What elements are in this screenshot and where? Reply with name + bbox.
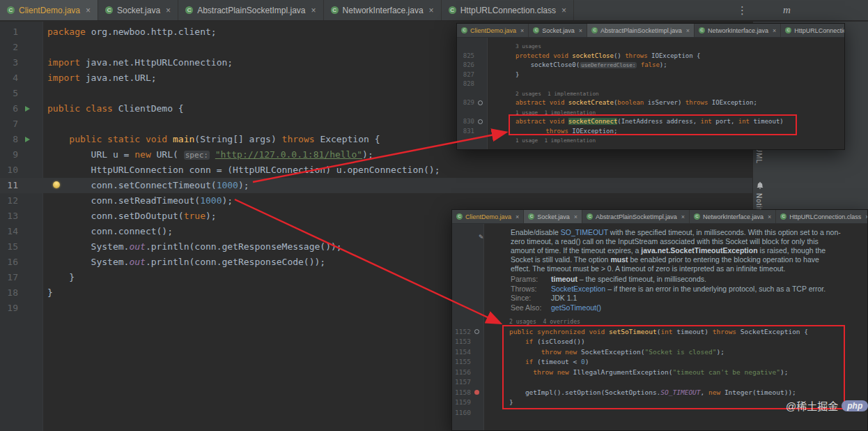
code-line[interactable]: 827} xyxy=(457,70,844,80)
tab-networkinterface-java[interactable]: CNetworkInterface.java× xyxy=(690,210,776,223)
code-text[interactable]: 3 usages xyxy=(488,42,844,52)
tab-networkinterface-java[interactable]: CNetworkInterface.java× xyxy=(324,0,442,20)
line-number[interactable]: 8 xyxy=(0,132,21,147)
inlay-row[interactable]: 3 usages xyxy=(457,42,844,52)
close-icon[interactable]: × xyxy=(686,27,690,34)
run-icon[interactable] xyxy=(25,137,30,142)
line-number[interactable]: 1158 xyxy=(452,388,473,398)
close-icon[interactable]: × xyxy=(429,6,434,15)
line-number[interactable]: 5 xyxy=(0,86,21,101)
intention-bulb-icon[interactable] xyxy=(53,181,60,188)
code-text[interactable]: conn.setReadTimeout(1000); xyxy=(43,193,752,209)
code-text[interactable]: protected void socketClose() throws IOEx… xyxy=(488,52,844,61)
close-icon[interactable]: × xyxy=(311,6,316,15)
code-line[interactable]: 828 xyxy=(457,80,844,89)
line-number[interactable]: 7 xyxy=(0,116,21,132)
line-number[interactable]: 829 xyxy=(457,98,476,108)
code-text[interactable]: } xyxy=(488,70,844,80)
tab-socket-java[interactable]: CSocket.java× xyxy=(98,0,178,20)
tab-socket-java[interactable]: CSocket.java× xyxy=(529,24,587,37)
line-number[interactable]: 825 xyxy=(457,52,476,61)
line-number[interactable]: 4 xyxy=(0,70,21,86)
close-icon[interactable]: × xyxy=(561,6,566,15)
line-number[interactable]: 9 xyxy=(0,147,21,162)
line-number[interactable]: 1157 xyxy=(452,377,473,388)
notifications-bell-icon[interactable] xyxy=(756,179,764,192)
override-marker-icon[interactable] xyxy=(474,390,479,395)
line-number[interactable]: 11 xyxy=(0,178,21,193)
tab-httpurlconnection-class[interactable]: CHttpURLConnection.class× xyxy=(776,210,867,223)
inlay-row[interactable]: 2 usages 1 implementation xyxy=(457,89,844,99)
line-number[interactable]: 1159 xyxy=(452,398,473,408)
inlay-row[interactable]: 1 usage 1 implementation xyxy=(457,136,844,146)
line-number[interactable]: 13 xyxy=(0,209,21,224)
line-number[interactable]: 12 xyxy=(0,193,21,209)
tab-clientdemo-java[interactable]: CClientDemo.java× xyxy=(0,0,98,20)
implemented-marker-icon[interactable] xyxy=(478,100,483,105)
code-line[interactable]: 12 conn.setReadTimeout(1000); xyxy=(0,193,752,209)
line-number[interactable]: 831 xyxy=(457,127,476,137)
tab-clientdemo-java[interactable]: CClientDemo.java× xyxy=(457,24,529,37)
line-number[interactable]: 1160 xyxy=(452,408,473,418)
line-number[interactable]: 830 xyxy=(457,117,476,127)
code-line[interactable]: 829abstract void socketCreate(boolean is… xyxy=(457,98,844,108)
line-number[interactable]: 3 xyxy=(0,55,21,70)
code-text[interactable]: 1 usage 1 implementation xyxy=(488,136,844,146)
code-line[interactable]: 825protected void socketClose() throws I… xyxy=(457,52,844,61)
line-number[interactable]: 10 xyxy=(0,162,21,178)
line-number[interactable]: 1156 xyxy=(452,368,473,378)
close-icon[interactable]: × xyxy=(574,213,578,220)
code-line[interactable]: 10 HttpURLConnection conn = (HttpURLConn… xyxy=(0,162,752,178)
more-options-icon[interactable]: ⋮ xyxy=(737,4,747,17)
maven-icon[interactable]: m xyxy=(783,4,791,16)
code-text[interactable]: socketClose0(useDeferredClose: false); xyxy=(488,61,844,70)
close-icon[interactable]: × xyxy=(579,27,582,34)
tab-httpurlconnection-class[interactable]: CHttpURLConnection.class× xyxy=(442,0,574,20)
line-number[interactable]: 18 xyxy=(0,285,21,301)
edit-javadoc-icon[interactable]: ✎ xyxy=(479,232,483,241)
line-number[interactable]: 2 xyxy=(0,40,21,55)
line-number[interactable]: 1 xyxy=(0,24,21,40)
tab-httpurlconnection-class[interactable]: CHttpURLConnection.class× xyxy=(781,24,844,37)
line-number[interactable]: 828 xyxy=(457,80,476,89)
close-icon[interactable]: × xyxy=(516,213,519,220)
tab-networkinterface-java[interactable]: CNetworkInterface.java× xyxy=(695,24,781,37)
line-number[interactable]: 19 xyxy=(0,301,21,316)
close-icon[interactable]: × xyxy=(773,27,776,34)
code-text[interactable]: abstract void socketCreate(boolean isSer… xyxy=(488,98,844,108)
line-number[interactable]: 826 xyxy=(457,61,476,70)
line-number[interactable]: 1153 xyxy=(452,337,473,347)
code-text[interactable] xyxy=(488,80,844,89)
code-line[interactable]: 826 socketClose0(useDeferredClose: false… xyxy=(457,61,844,70)
close-icon[interactable]: × xyxy=(865,213,867,220)
line-number[interactable]: 1155 xyxy=(452,357,473,368)
line-number[interactable]: 827 xyxy=(457,70,476,80)
close-icon[interactable]: × xyxy=(520,27,524,34)
tab-abstractplainsocketimpl-java[interactable]: CAbstractPlainSocketImpl.java× xyxy=(587,24,695,37)
close-icon[interactable]: × xyxy=(86,6,91,15)
line-number[interactable] xyxy=(457,89,476,99)
line-number[interactable]: 6 xyxy=(0,101,21,116)
line-number[interactable] xyxy=(457,136,476,146)
line-number[interactable] xyxy=(452,317,473,327)
line-number[interactable] xyxy=(457,108,476,118)
close-icon[interactable]: × xyxy=(768,213,771,220)
line-number[interactable] xyxy=(457,42,476,52)
implemented-marker-icon[interactable] xyxy=(478,119,483,124)
line-number[interactable]: 14 xyxy=(0,224,21,239)
close-icon[interactable]: × xyxy=(681,213,685,220)
code-text[interactable]: 2 usages 1 implementation xyxy=(488,89,844,99)
line-number[interactable]: 1152 xyxy=(452,327,473,338)
line-number[interactable]: 16 xyxy=(0,255,21,270)
line-number[interactable]: 15 xyxy=(0,239,21,255)
run-icon[interactable] xyxy=(25,106,30,112)
code-text[interactable]: conn.setConnectTimeout(1000); xyxy=(43,178,752,193)
close-icon[interactable]: × xyxy=(166,6,171,15)
implemented-marker-icon[interactable] xyxy=(474,329,479,334)
tab-abstractplainsocketimpl-java[interactable]: CAbstractPlainSocketImpl.java× xyxy=(178,0,323,20)
tab-socket-java[interactable]: CSocket.java× xyxy=(524,210,582,223)
tab-clientdemo-java[interactable]: CClientDemo.java× xyxy=(452,210,524,223)
line-number[interactable]: 17 xyxy=(0,270,21,285)
tab-abstractplainsocketimpl-java[interactable]: CAbstractPlainSocketImpl.java× xyxy=(582,210,690,223)
code-line[interactable]: 11 conn.setConnectTimeout(1000); xyxy=(0,178,752,193)
